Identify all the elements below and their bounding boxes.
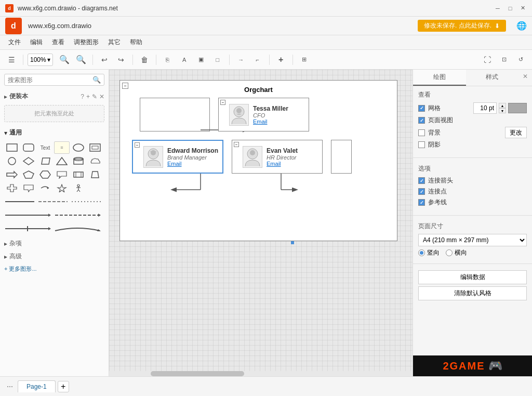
menu-edit[interactable]: 编辑 bbox=[26, 37, 47, 48]
zoom-in-button[interactable]: 🔍 bbox=[57, 52, 72, 67]
shape-line-dashed[interactable] bbox=[37, 195, 69, 208]
fullscreen-button[interactable]: ⛶ bbox=[480, 52, 495, 67]
close-icon[interactable]: ✕ bbox=[99, 93, 104, 100]
grid-checkbox[interactable]: ✓ bbox=[418, 105, 425, 112]
shape-cross[interactable] bbox=[4, 182, 20, 194]
right-panel-close-btn[interactable]: ✕ bbox=[518, 70, 532, 86]
template-section-header[interactable]: ▸ 便装本 ? + ✎ ✕ bbox=[0, 90, 109, 103]
connector-button[interactable]: → bbox=[234, 52, 248, 67]
save-notice-bar[interactable]: 修改未保存. 点此处保存. ⬇ bbox=[418, 20, 506, 32]
landscape-radio[interactable]: 横向 bbox=[446, 248, 467, 257]
shape-cylinder[interactable] bbox=[71, 155, 86, 167]
shape-ellipse[interactable] bbox=[71, 141, 86, 154]
h-scrollbar[interactable] bbox=[109, 371, 413, 376]
maximize-button[interactable]: □ bbox=[506, 4, 514, 12]
page-1-tab[interactable]: Page-1 bbox=[18, 380, 56, 392]
grid-down-btn[interactable]: ▼ bbox=[499, 108, 506, 113]
format-button[interactable]: A bbox=[177, 52, 192, 67]
shape-arrow-right[interactable] bbox=[4, 168, 20, 181]
search-input[interactable] bbox=[8, 76, 92, 84]
border-button[interactable]: □ bbox=[210, 52, 225, 67]
misc-section-header[interactable]: ▸ 杂项 bbox=[0, 237, 109, 250]
reset-button[interactable]: ↺ bbox=[513, 52, 528, 67]
connect-points-checkbox[interactable]: ✓ bbox=[418, 188, 425, 195]
evan-email[interactable]: Email bbox=[267, 161, 298, 167]
shape-line-solid[interactable] bbox=[4, 195, 35, 208]
h-scrollbar-thumb[interactable] bbox=[151, 371, 244, 376]
shape-diamond[interactable] bbox=[21, 155, 36, 167]
search-box[interactable]: 🔍 bbox=[4, 74, 104, 86]
table-button[interactable]: ⊞ bbox=[297, 52, 312, 67]
org-box-partial[interactable] bbox=[331, 140, 352, 174]
evan-collapse-btn[interactable]: − bbox=[234, 142, 239, 147]
shape-cloud[interactable] bbox=[87, 155, 103, 167]
shape-speech-bubble[interactable] bbox=[54, 168, 70, 181]
shape-process[interactable] bbox=[71, 168, 86, 181]
edward-collapse-btn[interactable]: − bbox=[135, 142, 140, 148]
minimize-button[interactable]: ─ bbox=[494, 4, 502, 12]
shadow-checkbox[interactable] bbox=[418, 141, 425, 148]
org-box-edward[interactable]: − Edward Morrison Brand Manager bbox=[132, 140, 223, 174]
shape-arrow-line-2[interactable] bbox=[54, 209, 101, 221]
page-view-checkbox[interactable]: ✓ bbox=[418, 117, 425, 124]
menu-file[interactable]: 文件 bbox=[4, 37, 25, 48]
insert-button[interactable]: + bbox=[274, 52, 288, 67]
question-icon[interactable]: ? bbox=[81, 93, 84, 100]
menu-format[interactable]: 调整图形 bbox=[70, 37, 103, 48]
grid-color-swatch[interactable] bbox=[508, 103, 527, 113]
more-shapes-link[interactable]: + 更多图形... bbox=[0, 263, 109, 275]
clear-style-btn[interactable]: 清除默认风格 bbox=[418, 286, 527, 300]
fill-button[interactable]: ▣ bbox=[194, 52, 208, 67]
shape-rectangle[interactable] bbox=[4, 141, 20, 154]
advanced-section-header[interactable]: ▸ 高级 bbox=[0, 250, 109, 263]
redo-button[interactable]: ↪ bbox=[114, 52, 128, 67]
shape-note[interactable]: ≡ bbox=[54, 141, 70, 154]
menu-help[interactable]: 帮助 bbox=[126, 37, 147, 48]
shape-line-connector[interactable] bbox=[4, 222, 51, 235]
zoom-out-button[interactable]: 🔍 bbox=[74, 52, 88, 67]
page-size-select[interactable]: A4 (210 mm × 297 mm) bbox=[418, 234, 527, 246]
menu-view[interactable]: 查看 bbox=[48, 37, 69, 48]
orgchart-collapse-btn[interactable]: − bbox=[122, 83, 128, 89]
shape-circle-border[interactable] bbox=[87, 141, 103, 154]
tessa-email[interactable]: Email bbox=[253, 118, 288, 125]
background-checkbox[interactable] bbox=[418, 129, 425, 136]
guide-lines-checkbox[interactable]: ✓ bbox=[418, 199, 425, 206]
edit-icon[interactable]: ✎ bbox=[92, 93, 97, 100]
general-section-header[interactable]: ▾ 通用 bbox=[0, 126, 109, 139]
shape-stickman[interactable] bbox=[71, 182, 86, 194]
shape-trapezoid[interactable] bbox=[87, 168, 103, 181]
edit-data-btn[interactable]: 编辑数据 bbox=[418, 270, 527, 284]
edward-email[interactable]: Email bbox=[167, 161, 218, 167]
zoom-control[interactable]: 100% ▾ bbox=[28, 54, 53, 66]
shape-curved-connector[interactable] bbox=[54, 222, 101, 235]
shape-curved-arrow[interactable] bbox=[37, 182, 53, 194]
shape-line-dotted[interactable] bbox=[71, 195, 102, 208]
bottom-dots-btn[interactable]: ⋯ bbox=[4, 381, 16, 392]
org-box-tessa[interactable]: − Tessa Miller CFO Em bbox=[218, 98, 309, 131]
portrait-radio[interactable]: 竖向 bbox=[418, 248, 440, 257]
resize-handle[interactable] bbox=[291, 241, 294, 244]
tessa-collapse-btn[interactable]: − bbox=[220, 100, 225, 105]
change-background-btn[interactable]: 更改 bbox=[505, 127, 527, 138]
org-box-evan[interactable]: − Evan Valet HR Director Email bbox=[232, 140, 323, 174]
shape-triangle[interactable] bbox=[54, 155, 70, 167]
shape-pentagon[interactable] bbox=[21, 168, 36, 181]
shape-star[interactable] bbox=[54, 182, 70, 194]
shape-text[interactable]: Text bbox=[37, 141, 53, 154]
add-icon[interactable]: + bbox=[86, 93, 90, 100]
shape-hexagon[interactable] bbox=[37, 168, 53, 181]
shape-callout[interactable] bbox=[21, 182, 36, 194]
tab-diagram[interactable]: 绘图 bbox=[413, 70, 466, 86]
shape-circle[interactable] bbox=[4, 155, 20, 167]
shape-rounded-rect[interactable] bbox=[21, 141, 36, 154]
connect-arrows-checkbox[interactable]: ✓ bbox=[418, 177, 425, 184]
close-button[interactable]: ✕ bbox=[518, 4, 527, 12]
sidebar-toggle-button[interactable]: ☰ bbox=[4, 52, 19, 67]
org-empty-box[interactable] bbox=[140, 98, 210, 131]
menu-other[interactable]: 其它 bbox=[104, 37, 125, 48]
canvas-area[interactable]: − Orgchart bbox=[109, 70, 413, 376]
shape-arrow-line-1[interactable] bbox=[4, 209, 51, 221]
add-page-btn[interactable]: + bbox=[58, 381, 69, 392]
fit-button[interactable]: ⊡ bbox=[497, 52, 511, 67]
